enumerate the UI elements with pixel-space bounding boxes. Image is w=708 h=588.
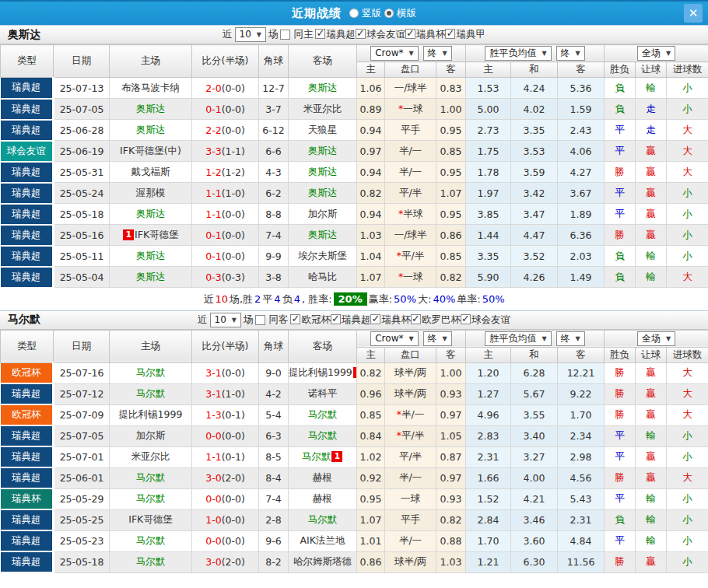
mean-type-select[interactable]: 胜平负均值▼	[485, 46, 551, 61]
home-team-name[interactable]: 奥斯达	[136, 250, 166, 261]
home-team-name[interactable]: 奥斯达	[136, 124, 166, 135]
scope-select[interactable]: 全场▼	[637, 331, 675, 346]
league-checkbox[interactable]	[405, 29, 415, 39]
away-cell[interactable]: 奥斯达	[289, 162, 357, 183]
home-cell[interactable]: 奥斯达	[110, 204, 192, 225]
league-checkbox[interactable]	[370, 314, 380, 324]
odds-company-select[interactable]: Crow*▼	[370, 46, 418, 61]
mean-time-select[interactable]: 终▼	[556, 46, 585, 61]
away-cell[interactable]: 提比利锡19991	[289, 362, 357, 383]
home-cell[interactable]: 米亚尔比	[110, 446, 192, 467]
home-cell[interactable]: 马尔默	[110, 530, 192, 551]
home-cell[interactable]: 马尔默	[110, 362, 192, 383]
odds-company-select[interactable]: Crow*▼	[370, 331, 418, 346]
same-venue-checkbox[interactable]	[280, 30, 290, 40]
away-cell[interactable]: 加尔斯	[289, 204, 357, 225]
away-team-name[interactable]: 诺科平	[308, 387, 338, 399]
home-cell[interactable]: 戴戈福斯	[110, 162, 192, 183]
league-checkbox-label[interactable]: 瑞典超	[326, 28, 356, 40]
league-checkbox[interactable]	[445, 29, 455, 39]
home-cell[interactable]: 奥斯达	[110, 246, 192, 267]
home-cell[interactable]: 马尔默	[110, 488, 192, 509]
home-team-name[interactable]: 马尔默	[136, 387, 166, 399]
home-team-name[interactable]: 奥斯达	[136, 208, 166, 219]
away-team-name[interactable]: 天狼星	[308, 124, 338, 135]
home-team-name[interactable]: IFK哥德堡(中)	[120, 145, 181, 156]
close-icon[interactable]: ✕	[684, 4, 703, 23]
radio-vertical-label[interactable]: 竖版	[362, 7, 381, 20]
home-cell[interactable]: 马尔默	[110, 467, 192, 488]
league-checkbox-label[interactable]: 瑞典杯	[416, 28, 446, 40]
away-cell[interactable]: 马尔默	[289, 425, 357, 446]
radio-vertical[interactable]	[349, 9, 359, 18]
home-team-name[interactable]: 马尔默	[136, 555, 166, 567]
away-team-name[interactable]: 米亚尔比	[303, 103, 342, 114]
away-team-name[interactable]: 加尔斯	[308, 208, 338, 219]
league-checkbox[interactable]	[461, 314, 471, 324]
away-cell[interactable]: AIK法兰地	[289, 530, 357, 551]
home-team-name[interactable]: 马尔默	[136, 471, 166, 483]
match-count-select[interactable]: 10▼	[235, 27, 266, 42]
radio-horizontal[interactable]	[384, 9, 394, 18]
away-team-name[interactable]: 提比利锡1999	[289, 366, 352, 378]
home-cell[interactable]: IFK哥德堡	[110, 509, 192, 530]
away-cell[interactable]: 天狼星	[289, 120, 357, 141]
away-cell[interactable]: 埃尔夫斯堡	[289, 246, 357, 267]
same-venue-checkbox[interactable]	[255, 315, 265, 325]
away-team-name[interactable]: 赫根	[313, 471, 332, 483]
away-team-name[interactable]: 奥斯达	[308, 82, 338, 93]
home-team-name[interactable]: 布洛马波卡纳	[121, 82, 180, 93]
home-team-name[interactable]: 马尔默	[136, 366, 166, 378]
away-cell[interactable]: 米亚尔比	[289, 99, 357, 120]
away-team-name[interactable]: 奥斯达	[308, 187, 338, 198]
home-cell[interactable]: IFK哥德堡(中)	[110, 141, 192, 162]
home-cell[interactable]: 提比利锡1999	[110, 404, 192, 425]
home-team-name[interactable]: 渥那模	[136, 187, 166, 198]
mean-type-select[interactable]: 胜平负均值▼	[485, 331, 551, 346]
away-cell[interactable]: 马尔默	[289, 404, 357, 425]
league-checkbox[interactable]	[356, 29, 366, 39]
scope-select[interactable]: 全场▼	[637, 46, 675, 61]
home-cell[interactable]: 渥那模	[110, 183, 192, 204]
away-cell[interactable]: 赫根	[289, 467, 357, 488]
away-team-name[interactable]: 马尔默	[302, 450, 331, 462]
home-team-name[interactable]: 提比利锡1999	[119, 408, 183, 420]
league-checkbox-label[interactable]: 瑞典超	[342, 313, 371, 325]
home-cell[interactable]: 奥斯达	[110, 267, 192, 288]
league-checkbox-label[interactable]: 欧罗巴杯	[422, 313, 461, 325]
away-team-name[interactable]: 马尔默	[308, 513, 338, 525]
away-cell[interactable]: 赫根	[289, 488, 357, 509]
league-checkbox[interactable]	[290, 314, 300, 324]
league-checkbox-label[interactable]: 欧冠杯	[301, 313, 331, 325]
away-cell[interactable]: 奥斯达	[289, 183, 357, 204]
away-team-name[interactable]: 奥斯达	[308, 229, 338, 240]
home-team-name[interactable]: 奥斯达	[136, 271, 166, 282]
home-cell[interactable]: 奥斯达	[110, 120, 192, 141]
league-checkbox-label[interactable]: 球会友谊	[471, 313, 510, 325]
away-team-name[interactable]: 奥斯达	[308, 145, 338, 156]
away-cell[interactable]: 哈尔姆斯塔德	[289, 551, 357, 572]
home-cell[interactable]: 加尔斯	[110, 425, 192, 446]
away-team-name[interactable]: 哈马比	[308, 271, 338, 282]
away-team-name[interactable]: AIK法兰地	[300, 534, 345, 546]
same-venue-label[interactable]: 同客	[268, 313, 288, 327]
away-cell[interactable]: 奥斯达	[289, 225, 357, 246]
same-venue-label[interactable]: 同主	[293, 28, 313, 41]
home-team-name[interactable]: IFK哥德堡	[128, 513, 173, 525]
match-count-select[interactable]: 10▼	[210, 313, 241, 327]
mean-time-select[interactable]: 终▼	[556, 331, 585, 346]
away-team-name[interactable]: 马尔默	[308, 408, 338, 420]
league-checkbox-label[interactable]: 瑞典杯	[381, 313, 411, 325]
odds-time-select[interactable]: 终▼	[423, 331, 452, 346]
league-checkbox[interactable]	[315, 29, 325, 39]
league-checkbox[interactable]	[331, 314, 341, 324]
away-team-name[interactable]: 马尔默	[308, 429, 338, 441]
home-cell[interactable]: 布洛马波卡纳	[110, 78, 192, 99]
league-checkbox[interactable]	[411, 314, 421, 324]
home-team-name[interactable]: 马尔默	[136, 492, 166, 504]
away-cell[interactable]: 奥斯达	[289, 78, 357, 99]
home-team-name[interactable]: IFK哥德堡	[135, 229, 179, 240]
radio-horizontal-label[interactable]: 横版	[397, 7, 416, 20]
home-cell[interactable]: 马尔默	[110, 551, 192, 572]
home-team-name[interactable]: 马尔默	[136, 534, 166, 546]
